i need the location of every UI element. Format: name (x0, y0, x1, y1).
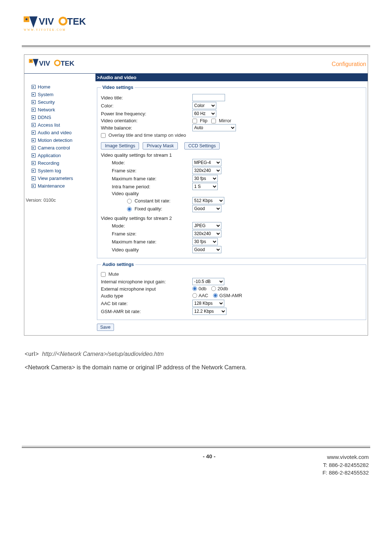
sidebar-item-label: Network (38, 107, 55, 112)
svg-text:VIV: VIV (39, 59, 50, 67)
s2-vq-select[interactable]: Good (192, 246, 221, 253)
s1-fq-radio[interactable] (127, 207, 132, 212)
svg-text:TEK: TEK (67, 16, 86, 27)
sidebar-item-label: Motion detection (38, 138, 72, 143)
svg-text:WWW.VIVOTEK.COM: WWW.VIVOTEK.COM (24, 28, 66, 32)
flip-checkbox[interactable] (192, 119, 197, 123)
wb-select[interactable]: Auto (192, 124, 236, 131)
audio-type-gsm-radio[interactable] (213, 293, 218, 298)
sidebar-item-label: System (38, 92, 53, 97)
s1-cbr-radio[interactable] (127, 199, 132, 204)
overlay-label: Overlay title and time stamp on video (109, 132, 186, 138)
sidebar-item-maintenance[interactable]: ▸Maintenance (25, 182, 95, 190)
page-footer: - 40 - www.vivotek.com T: 886-2-82455282… (22, 453, 370, 477)
s2-vq-label: Video quality (101, 247, 192, 253)
color-label: Color: (101, 103, 192, 108)
overlay-checkbox[interactable] (101, 133, 106, 138)
svg-point-7 (55, 60, 60, 65)
top-divider (22, 45, 370, 48)
stream2-heading: Video quality settings for stream 2 (101, 216, 362, 221)
s1-intra-select[interactable]: 1 S (192, 183, 218, 190)
video-settings-group: Video settings Video title: Color: Color… (97, 85, 366, 258)
s1-mode-label: Mode: (101, 160, 192, 165)
sidebar-item-label: System log (38, 168, 61, 173)
audio-type-gsm-label: GSM-AMR (219, 293, 242, 298)
arrow-icon: ▸ (32, 123, 36, 127)
sidebar-item-label: View parameters (38, 176, 73, 181)
s1-max-fr-label: Maximum frame rate: (101, 176, 192, 181)
url-value: http://<Network Camera>/setup/audiovideo… (42, 351, 164, 357)
arrow-icon: ▸ (32, 161, 36, 165)
audio-type-aac-radio[interactable] (192, 293, 197, 298)
ext-mic-0db-radio[interactable] (192, 286, 197, 291)
sidebar-item-label: Recording (38, 160, 59, 166)
mirror-checkbox[interactable] (211, 119, 216, 123)
save-button[interactable]: Save (97, 324, 114, 331)
s2-max-fr-select[interactable]: 30 fps (192, 238, 218, 245)
mic-gain-label: Internal microphone input gain: (101, 279, 192, 284)
s1-mode-select[interactable]: MPEG-4 (192, 159, 221, 166)
sidebar-item-security[interactable]: ▸Security (25, 98, 95, 106)
color-select[interactable]: Color (192, 102, 216, 109)
audio-settings-group: Audio settings Mute Internal microphone … (97, 262, 366, 320)
s1-cbr-select[interactable]: 512 Kbps (192, 197, 224, 204)
s1-vq-label: Video quality (101, 191, 192, 196)
config-ui-screenshot: VIV TEK Configuration ▸Home ▸System ▸Sec… (24, 54, 368, 336)
s1-cbr-label: Constant bit rate: (135, 198, 171, 204)
sidebar-item-motion-detection[interactable]: ▸Motion detection (25, 136, 95, 144)
sidebar-item-home[interactable]: ▸Home (25, 83, 95, 91)
s1-fq-select[interactable]: Good (192, 205, 221, 212)
arrow-icon: ▸ (32, 184, 36, 188)
mirror-label: Mirror (219, 118, 231, 123)
svg-text:VIV: VIV (39, 16, 54, 27)
ext-mic-20db-radio[interactable] (211, 286, 216, 291)
sidebar-item-network[interactable]: ▸Network (25, 106, 95, 114)
sidebar-item-camera-control[interactable]: ▸Camera control (25, 144, 95, 152)
bottom-divider (22, 446, 370, 448)
s1-frame-size-select[interactable]: 320x240 (192, 167, 221, 174)
arrow-icon: ▸ (32, 146, 36, 150)
arrow-icon: ▸ (32, 153, 36, 157)
video-settings-legend: Video settings (101, 85, 135, 90)
sidebar-item-access-list[interactable]: ▸Access list (25, 121, 95, 129)
sidebar-item-ddns[interactable]: ▸DDNS (25, 114, 95, 121)
s2-frame-size-select[interactable]: 320x240 (192, 230, 221, 237)
mute-checkbox[interactable] (101, 272, 106, 277)
sidebar-item-system[interactable]: ▸System (25, 91, 95, 98)
s1-frame-size-label: Frame size: (101, 168, 192, 173)
video-title-label: Video title: (101, 95, 192, 100)
s1-fq-label: Fixed quality: (135, 206, 163, 212)
arrow-icon: ▸ (32, 169, 36, 173)
stream1-heading: Video quality settings for stream 1 (101, 152, 362, 158)
s2-frame-size-label: Frame size: (101, 231, 192, 237)
s1-intra-label: Intra frame period: (101, 184, 192, 189)
plf-select[interactable]: 60 Hz (192, 110, 216, 117)
s1-max-fr-select[interactable]: 30 fps (192, 175, 218, 182)
aac-bitrate-select[interactable]: 128 Kbps (192, 300, 224, 307)
mic-gain-select[interactable]: -10.5 dB (192, 278, 224, 285)
sidebar-item-system-log[interactable]: ▸System log (25, 167, 95, 175)
svg-point-0 (25, 18, 27, 20)
gsm-bitrate-select[interactable]: 12.2 Kbps (192, 308, 226, 315)
ext-mic-20db-label: 20db (217, 286, 228, 291)
video-title-input[interactable] (192, 94, 225, 101)
sidebar-item-audio-video[interactable]: ▸Audio and video (25, 129, 95, 136)
arrow-icon: ▸ (32, 115, 36, 119)
sidebar-item-label: Access list (38, 122, 60, 128)
privacy-mask-button[interactable]: Privacy Mask (143, 142, 177, 149)
s2-max-fr-label: Maximum frame rate: (101, 239, 192, 245)
sidebar-item-label: Home (38, 84, 50, 90)
s2-mode-select[interactable]: JPEG (192, 222, 221, 229)
sidebar-item-view-parameters[interactable]: ▸View parameters (25, 175, 95, 182)
ccd-settings-button[interactable]: CCD Settings (184, 142, 220, 149)
svg-point-5 (30, 60, 32, 62)
brand-logo-small: VIV TEK (28, 58, 83, 71)
arrow-icon: ▸ (32, 108, 36, 112)
image-settings-button[interactable]: Image Settings (101, 142, 139, 149)
sidebar-item-recording[interactable]: ▸Recording (25, 159, 95, 167)
sidebar: ▸Home ▸System ▸Security ▸Network ▸DDNS ▸… (24, 74, 95, 335)
sidebar-item-application[interactable]: ▸Application (25, 152, 95, 159)
svg-text:TEK: TEK (61, 59, 74, 67)
ext-mic-label: External microphone input (101, 286, 192, 292)
wb-label: White balance: (101, 125, 192, 131)
